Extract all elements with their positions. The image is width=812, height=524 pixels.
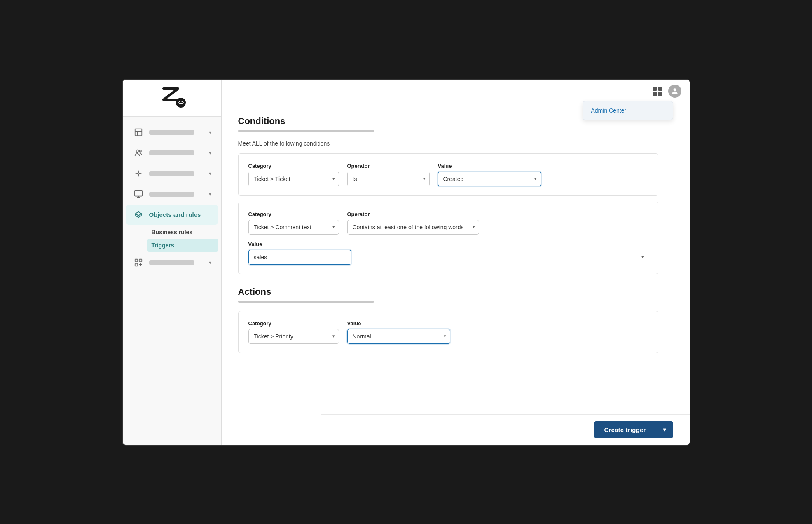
nav-placeholder-4 xyxy=(149,192,194,197)
header: Admin Center xyxy=(222,80,690,103)
svg-point-12 xyxy=(138,173,139,174)
sidebar: ▾ ▾ xyxy=(123,80,222,445)
conditions-section: Conditions Meet ALL of the following con… xyxy=(238,116,658,274)
nav-placeholder-3 xyxy=(149,171,194,176)
svg-point-7 xyxy=(139,150,141,152)
condition-card-2: Category Ticket > TicketTicket > Comment… xyxy=(238,202,658,274)
action-1-category-label: Category xyxy=(248,320,339,327)
nav-placeholder-1 xyxy=(149,130,194,135)
condition-1-operator-group: Operator IsIs not ▾ xyxy=(347,163,430,186)
condition-1-operator-select[interactable]: IsIs not xyxy=(347,172,430,186)
svg-rect-3 xyxy=(135,129,142,136)
action-card-1: Category Ticket > PriorityTicket > Statu… xyxy=(238,311,658,353)
dropdown-arrow-icon: ▼ xyxy=(662,427,667,433)
condition-2-operator-group: Operator Contains at least one of the fo… xyxy=(347,211,479,235)
grid-dot-2 xyxy=(658,87,662,91)
objects-icon xyxy=(133,209,144,221)
sidebar-item-apps[interactable]: ▾ xyxy=(126,253,218,273)
action-1-value-select[interactable]: NormalLowHighUrgent xyxy=(347,329,450,344)
condition-1-value-select[interactable]: CreatedUpdatedSolvedClosed xyxy=(438,172,541,186)
sidebar-nav: ▾ ▾ xyxy=(123,117,221,445)
condition-2-category-label: Category xyxy=(248,211,339,217)
condition-1-value-label: Value xyxy=(438,163,541,169)
condition-1-category-label: Category xyxy=(248,163,339,169)
grid-dot-3 xyxy=(653,92,657,96)
building-icon xyxy=(133,127,144,138)
nav-placeholder-6 xyxy=(149,260,194,265)
action-1-category-wrapper: Ticket > PriorityTicket > StatusTicket >… xyxy=(248,329,339,344)
condition-2-operator-label: Operator xyxy=(347,211,479,217)
condition-1-category-wrapper: Ticket > TicketTicket > Comment textTick… xyxy=(248,172,339,186)
sidebar-item-workspaces[interactable]: ▾ xyxy=(126,122,218,142)
svg-point-0 xyxy=(176,98,186,108)
chevron-icon-1: ▾ xyxy=(209,129,211,135)
actions-title: Actions xyxy=(238,287,658,297)
action-1-value-label: Value xyxy=(347,320,450,327)
sidebar-submenu-business-rules[interactable]: Business rules xyxy=(147,226,218,239)
monitor-icon xyxy=(133,188,144,200)
action-1-category-select[interactable]: Ticket > PriorityTicket > StatusTicket >… xyxy=(248,329,339,344)
condition-2-value-select[interactable]: salessupportbilling xyxy=(248,250,351,265)
svg-point-23 xyxy=(673,88,676,91)
condition-1-value-wrapper: CreatedUpdatedSolvedClosed ▾ xyxy=(438,172,541,186)
channels-icon xyxy=(133,168,144,179)
grid-dot-1 xyxy=(653,87,657,91)
condition-1-category-group: Category Ticket > TicketTicket > Comment… xyxy=(248,163,339,186)
chevron-icon-2: ▾ xyxy=(209,150,211,156)
condition-row-1: Category Ticket > TicketTicket > Comment… xyxy=(248,163,648,186)
apps-icon xyxy=(133,257,144,268)
sidebar-submenu: Business rules Triggers xyxy=(126,226,218,252)
user-avatar[interactable] xyxy=(668,85,681,98)
page-body: Conditions Meet ALL of the following con… xyxy=(222,103,675,417)
create-trigger-btn-group: Create trigger ▼ xyxy=(594,421,673,438)
sidebar-submenu-triggers[interactable]: Triggers xyxy=(147,239,218,252)
actions-divider xyxy=(238,301,374,303)
svg-rect-13 xyxy=(134,190,142,196)
sidebar-item-objects-rules[interactable]: Objects and rules xyxy=(126,205,218,225)
chevron-icon-3: ▾ xyxy=(209,171,211,176)
action-1-category-group: Category Ticket > PriorityTicket > Statu… xyxy=(248,320,339,344)
condition-2-category-select[interactable]: Ticket > TicketTicket > Comment textTick… xyxy=(248,220,339,235)
action-1-value-group: Value NormalLowHighUrgent ▾ xyxy=(347,320,450,344)
main-content: Admin Center Conditions Meet ALL of the … xyxy=(222,80,690,445)
chevron-down-icon-6: ▾ xyxy=(641,254,644,260)
meet-all-text: Meet ALL of the following conditions xyxy=(238,140,658,147)
admin-center-dropdown: Admin Center xyxy=(583,101,673,120)
condition-card-1: Category Ticket > TicketTicket > Comment… xyxy=(238,153,658,196)
zendesk-logo xyxy=(155,85,188,110)
action-1-value-wrapper: NormalLowHighUrgent ▾ xyxy=(347,329,450,344)
header-icons xyxy=(653,85,681,98)
condition-1-operator-label: Operator xyxy=(347,163,430,169)
condition-1-operator-wrapper: IsIs not ▾ xyxy=(347,172,430,186)
actions-section: Actions Category Ticket > PriorityTicket… xyxy=(238,287,658,353)
condition-2-value-group: Value salessupportbilling ▾ xyxy=(248,241,648,265)
conditions-divider xyxy=(238,130,374,132)
sidebar-item-objects-rules-label: Objects and rules xyxy=(149,211,201,218)
sidebar-item-monitor[interactable]: ▾ xyxy=(126,184,218,204)
condition-2-operator-select[interactable]: Contains at least one of the following w… xyxy=(347,220,479,235)
admin-center-link[interactable]: Admin Center xyxy=(583,101,673,120)
create-trigger-button[interactable]: Create trigger xyxy=(594,421,655,438)
sidebar-item-channels[interactable]: ▾ xyxy=(126,164,218,183)
condition-2-value-row: Value salessupportbilling ▾ xyxy=(248,241,648,265)
grid-dot-4 xyxy=(658,92,662,96)
people-icon xyxy=(133,147,144,159)
svg-point-2 xyxy=(182,101,183,102)
footer-spacer xyxy=(238,359,658,392)
condition-2-category-group: Category Ticket > TicketTicket > Comment… xyxy=(248,211,339,235)
footer-bar: Create trigger ▼ xyxy=(321,414,690,445)
create-trigger-dropdown-button[interactable]: ▼ xyxy=(656,421,673,438)
condition-2-operator-wrapper: Contains at least one of the following w… xyxy=(347,220,479,235)
chevron-icon-6: ▾ xyxy=(209,260,211,266)
svg-point-1 xyxy=(179,101,180,102)
chevron-icon-4: ▾ xyxy=(209,191,211,197)
condition-row-2: Category Ticket > TicketTicket > Comment… xyxy=(248,211,648,235)
svg-rect-19 xyxy=(139,259,141,261)
nav-placeholder-2 xyxy=(149,150,194,155)
condition-1-category-select[interactable]: Ticket > TicketTicket > Comment textTick… xyxy=(248,172,339,186)
condition-1-value-group: Value CreatedUpdatedSolvedClosed ▾ xyxy=(438,163,541,186)
grid-menu-button[interactable] xyxy=(653,87,663,96)
condition-2-value-wrapper: salessupportbilling ▾ xyxy=(248,250,648,265)
condition-2-value-label: Value xyxy=(248,241,648,247)
sidebar-item-people[interactable]: ▾ xyxy=(126,143,218,163)
